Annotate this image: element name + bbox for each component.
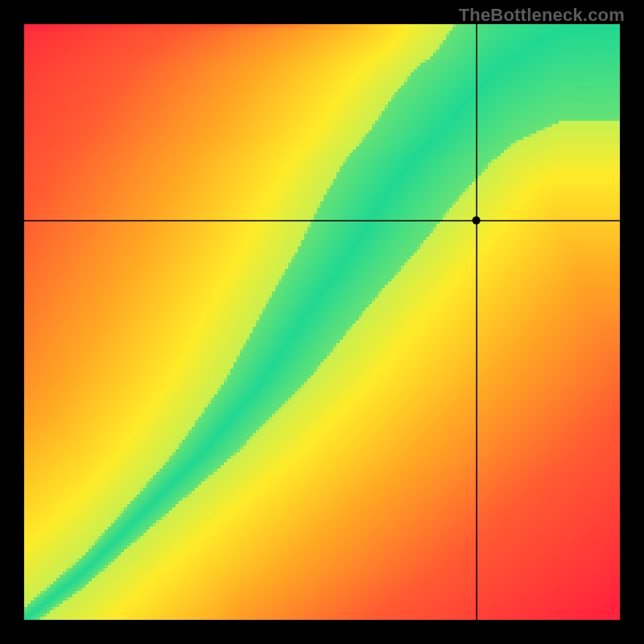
chart-frame: TheBottleneck.com [0,0,644,644]
watermark-label: TheBottleneck.com [459,5,625,26]
bottleneck-heatmap [24,24,620,620]
